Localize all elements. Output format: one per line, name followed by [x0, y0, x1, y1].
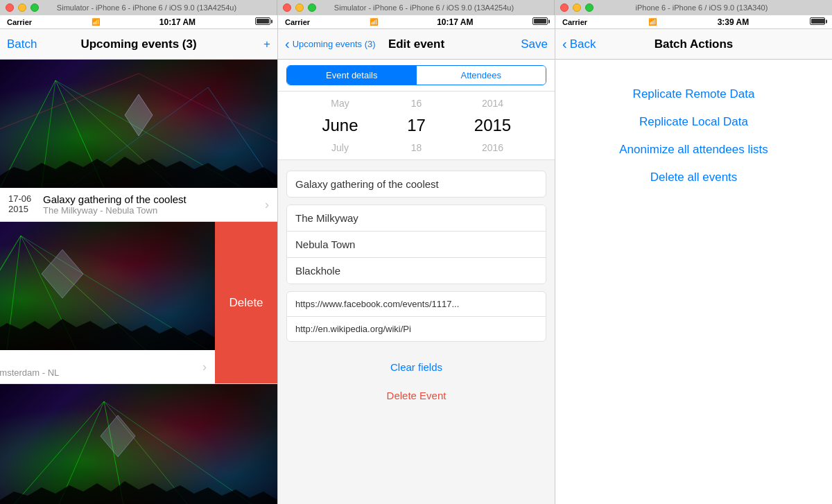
clear-fields-button[interactable]: Clear fields — [376, 356, 456, 379]
event-image-3 — [0, 384, 277, 504]
carrier-2: Carrier — [285, 18, 310, 26]
back-button[interactable]: ‹ Back — [562, 36, 596, 52]
event-image-1 — [0, 60, 277, 188]
add-event-button[interactable]: + — [263, 37, 270, 51]
window-title2: Simulator - iPhone 6 - iPhone 6 / iOS 9.… — [300, 3, 548, 12]
window-close-btn1[interactable] — [6, 3, 14, 12]
back-arrow-icon-2: ‹ — [285, 36, 290, 52]
link2-field[interactable]: http://en.wikipedia.org/wiki/Pi — [287, 317, 546, 341]
list-item[interactable]: 17-062015 Galaxy gathering of the cooles… — [0, 60, 277, 222]
event-name-2: UMA June — [0, 356, 59, 367]
form-actions: Clear fields Delete Event — [286, 349, 546, 414]
event-name-field[interactable] — [286, 171, 546, 198]
window-title3: iPhone 6 - iPhone 6 / iOS 9.0 (13A340) — [577, 3, 826, 12]
back-label-3: Back — [570, 37, 596, 51]
wifi-icon-2: 📶 — [370, 18, 378, 26]
event-name-1: Galaxy gathering of the coolest — [43, 193, 187, 205]
svg-marker-21 — [101, 415, 135, 457]
batch-label: Batch — [7, 37, 37, 51]
link1-field[interactable]: https://www.facebook.com/events/1117... — [287, 292, 546, 317]
event-text-1[interactable]: 17-062015 Galaxy gathering of the cooles… — [0, 188, 277, 221]
city-field[interactable] — [287, 232, 546, 258]
extra-field[interactable] — [287, 258, 546, 284]
day-prev: 16 — [389, 98, 444, 109]
delete-label: Delete — [229, 296, 263, 310]
venue-field[interactable] — [287, 205, 546, 232]
status-bar-3: Carrier 📶 3:39 AM — [555, 15, 832, 29]
event-location-1: The Milkyway - Nebula Town — [43, 205, 187, 216]
list-item[interactable]: UMA June garfactory - Amsterdam - NL › D… — [0, 222, 277, 384]
wifi-icon-3: 📶 — [648, 18, 657, 26]
segment-control: Event details Attendees — [278, 60, 555, 92]
list-item[interactable]: 09-072015 Festifest 2015 NDSM-werf - Ams… — [0, 384, 277, 504]
day-next: 18 — [389, 142, 444, 153]
links-group: https://www.facebook.com/events/1117... … — [286, 291, 546, 342]
back-label-2: Upcoming events (3) — [293, 39, 376, 49]
month-next: July — [313, 142, 368, 153]
year-prev: 2014 — [465, 98, 521, 109]
plus-icon: + — [263, 37, 270, 51]
nav-bar-1: Batch Upcoming events (3) + — [0, 29, 277, 60]
events-title: Upcoming events (3) — [80, 37, 196, 51]
battery-2 — [532, 17, 548, 26]
svg-line-5 — [0, 73, 139, 129]
date-picker[interactable]: May 16 2014 June 17 2015 July 18 2016 — [278, 92, 555, 160]
event-date-1: 17-062015 — [8, 193, 36, 214]
battery-1 — [255, 17, 270, 26]
edit-event-title: Edit event — [388, 37, 444, 51]
year-current: 2015 — [465, 116, 521, 135]
window-close-btn3[interactable] — [560, 3, 569, 12]
wifi-icon-1: 📶 — [92, 18, 100, 26]
carrier-3: Carrier — [562, 18, 587, 26]
nav-bar-3: ‹ Back Batch Actions — [555, 29, 832, 60]
event-location-2: garfactory - Amsterdam - NL — [0, 367, 59, 378]
back-arrow-icon-3: ‹ — [562, 36, 567, 52]
battery-3 — [810, 17, 825, 26]
back-to-events-button[interactable]: ‹ Upcoming events (3) — [285, 36, 376, 52]
anonymize-attendees-button[interactable]: Anonimize all attendees lists — [619, 143, 768, 157]
nav-bar-2: ‹ Upcoming events (3) Edit event Save — [278, 29, 555, 60]
chevron-icon-1: › — [265, 198, 269, 212]
date-row-prev: May 16 2014 — [278, 95, 555, 112]
edit-form: https://www.facebook.com/events/1117... … — [278, 160, 555, 504]
month-current: June — [313, 116, 368, 135]
location-field-group — [286, 205, 546, 284]
attendees-tab[interactable]: Attendees — [417, 66, 546, 85]
event-text-2[interactable]: UMA June garfactory - Amsterdam - NL › — [0, 350, 215, 383]
window-title1: Simulator - iPhone 6 - iPhone 6 / iOS 9.… — [22, 3, 271, 12]
window-close-btn2[interactable] — [283, 3, 291, 12]
status-bar-1: Carrier 📶 10:17 AM — [0, 15, 277, 29]
year-next: 2016 — [465, 142, 521, 153]
delete-all-events-button[interactable]: Delete all events — [650, 171, 738, 184]
day-current: 17 — [389, 116, 444, 135]
batch-actions-list: Replicate Remote Data Replicate Local Da… — [555, 60, 832, 212]
event-list: 17-062015 Galaxy gathering of the cooles… — [0, 60, 277, 504]
month-prev: May — [313, 98, 368, 109]
carrier-1: Carrier — [7, 18, 32, 26]
svg-line-6 — [139, 73, 277, 143]
save-button[interactable]: Save — [521, 37, 548, 51]
status-bar-2: Carrier 📶 10:17 AM — [278, 15, 555, 29]
replicate-local-button[interactable]: Replicate Local Data — [639, 115, 748, 129]
batch-actions-title: Batch Actions — [655, 37, 734, 51]
svg-marker-9 — [125, 94, 153, 136]
time-3: 3:39 AM — [718, 17, 749, 27]
event-image-2 — [0, 222, 215, 350]
event-details-tab[interactable]: Event details — [287, 66, 417, 85]
chevron-icon-2: › — [202, 360, 207, 374]
date-row-next: July 18 2016 — [278, 139, 555, 156]
delete-event-button[interactable]: Delete Event — [373, 384, 460, 407]
batch-button[interactable]: Batch — [7, 37, 37, 51]
time-1: 10:17 AM — [159, 17, 196, 27]
date-row-current: June 17 2015 — [278, 112, 555, 139]
time-2: 10:17 AM — [437, 17, 473, 27]
delete-button[interactable]: Delete — [215, 222, 277, 383]
replicate-remote-button[interactable]: Replicate Remote Data — [633, 87, 755, 101]
save-label: Save — [521, 37, 548, 51]
